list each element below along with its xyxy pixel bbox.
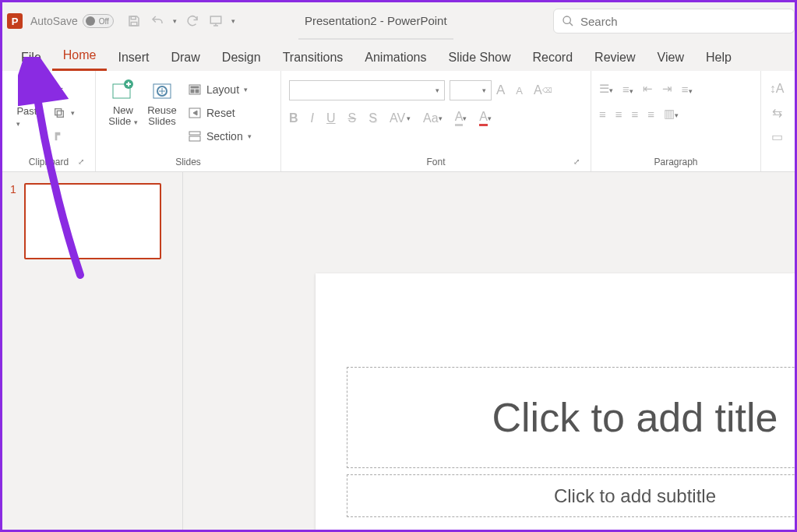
- align-text-button[interactable]: ⇆: [772, 105, 782, 120]
- svg-rect-15: [191, 90, 194, 93]
- shrink-font-button[interactable]: A: [516, 85, 523, 97]
- justify-button[interactable]: ≡: [647, 107, 654, 121]
- svg-point-3: [563, 16, 570, 23]
- slide-canvas[interactable]: Click to add title Click to add subtitle: [183, 172, 795, 530]
- change-case-button[interactable]: Aa▾: [423, 111, 443, 125]
- svg-rect-0: [131, 16, 136, 19]
- present-icon[interactable]: [208, 13, 224, 29]
- tab-draw[interactable]: Draw: [160, 44, 210, 71]
- grow-font-button[interactable]: A: [496, 83, 505, 98]
- svg-rect-2: [210, 16, 221, 23]
- autosave-toggle[interactable]: Off: [83, 14, 114, 28]
- new-slide-button[interactable]: New Slide ▾: [104, 76, 143, 128]
- svg-rect-6: [27, 87, 38, 103]
- search-box[interactable]: [553, 9, 795, 33]
- section-button[interactable]: Section ▾: [188, 127, 252, 146]
- quick-access-toolbar: ▾ ▾: [126, 13, 235, 29]
- app-icon: P: [7, 13, 23, 29]
- undo-dropdown-icon[interactable]: ▾: [173, 17, 177, 25]
- ribbon-tabs: File Home Insert Draw Design Transitions…: [2, 40, 795, 71]
- text-shadow-button[interactable]: SS: [369, 111, 377, 125]
- font-family-combo[interactable]: ▾: [289, 80, 445, 100]
- font-color-button[interactable]: A▾: [479, 110, 492, 126]
- reuse-slides-button[interactable]: Reuse Slides: [143, 76, 182, 128]
- format-painter-button[interactable]: [52, 127, 75, 146]
- tab-insert[interactable]: Insert: [107, 44, 160, 71]
- new-slide-icon: [111, 79, 136, 104]
- new-slide-label: New Slide ▾: [104, 105, 143, 128]
- line-spacing-button[interactable]: ≡▾: [682, 83, 693, 96]
- copy-button[interactable]: ▾: [52, 104, 75, 122]
- title-bar: P AutoSave Off ▾ ▾ Presentation2 -: [2, 2, 795, 40]
- decrease-indent-button[interactable]: ⇤: [643, 82, 653, 96]
- group-font: ▾ ▾ A A A⌫ B I U S SS AV▾ Aa▾ A▾: [281, 71, 591, 171]
- tab-design[interactable]: Design: [211, 44, 272, 71]
- group-clipboard-label: Clipboard⤢: [10, 154, 87, 170]
- group-clipboard: Paste▾ ✂ ▾ Clipboard⤢: [2, 71, 96, 171]
- tab-review[interactable]: Review: [584, 44, 646, 71]
- undo-icon[interactable]: [150, 13, 165, 29]
- numbering-button[interactable]: ≡▾: [622, 83, 633, 96]
- text-direction-button[interactable]: ↕A: [770, 82, 785, 96]
- cut-button[interactable]: ✂: [52, 80, 75, 99]
- format-painter-icon: [52, 129, 66, 143]
- font-size-combo[interactable]: ▾: [450, 80, 492, 100]
- redo-icon[interactable]: [185, 13, 200, 29]
- layout-button[interactable]: Layout ▾: [188, 80, 252, 99]
- align-center-button[interactable]: ≡: [615, 107, 622, 121]
- character-spacing-button[interactable]: AV▾: [390, 111, 411, 125]
- bold-button[interactable]: B: [289, 111, 298, 125]
- group-font-label: Font⤢: [289, 154, 583, 170]
- tab-transitions[interactable]: Transitions: [272, 44, 354, 71]
- toggle-knob: [86, 16, 95, 26]
- tab-home[interactable]: Home: [52, 42, 108, 71]
- autosave-control[interactable]: AutoSave Off: [30, 14, 114, 28]
- align-right-button[interactable]: ≡: [632, 107, 639, 121]
- paste-icon: [17, 79, 42, 104]
- reset-button[interactable]: Reset: [188, 104, 252, 122]
- strikethrough-button[interactable]: S: [348, 111, 357, 125]
- underline-button[interactable]: U: [326, 111, 336, 125]
- font-launcher-icon[interactable]: ⤢: [572, 157, 581, 167]
- tab-view[interactable]: View: [647, 44, 695, 71]
- slide-thumbnails-panel[interactable]: 1: [2, 172, 183, 530]
- svg-rect-16: [196, 90, 199, 93]
- align-left-button[interactable]: ≡: [599, 107, 606, 121]
- cut-icon: ✂: [52, 83, 66, 97]
- group-edge: ↕A ⇆ ▭: [761, 71, 792, 171]
- thumb-number: 1: [10, 183, 16, 259]
- qat-customize-icon[interactable]: ▾: [231, 17, 235, 25]
- smartart-button[interactable]: ▭: [771, 129, 783, 144]
- tab-animations[interactable]: Animations: [354, 44, 437, 71]
- tab-slide-show[interactable]: Slide Show: [437, 44, 521, 71]
- increase-indent-button[interactable]: ⇥: [662, 82, 672, 96]
- autosave-label: AutoSave: [30, 15, 78, 27]
- slide[interactable]: Click to add title Click to add subtitle: [316, 273, 795, 530]
- clipboard-launcher-icon[interactable]: ⤢: [76, 157, 86, 167]
- reset-icon: [188, 106, 202, 120]
- columns-button[interactable]: ▥▾: [664, 107, 679, 121]
- group-paragraph: ☰▾ ≡▾ ⇤ ⇥ ≡▾ ≡ ≡ ≡ ≡ ▥▾ Paragraph: [591, 71, 761, 171]
- svg-rect-7: [57, 111, 63, 117]
- svg-rect-18: [189, 132, 200, 135]
- search-input[interactable]: [580, 15, 786, 28]
- reuse-slides-label: Reuse Slides: [143, 105, 182, 128]
- tab-help[interactable]: Help: [695, 44, 742, 71]
- layout-icon: [188, 83, 202, 97]
- group-slides: New Slide ▾ Reuse Slides Layout ▾ Reset …: [96, 71, 281, 171]
- tab-record[interactable]: Record: [522, 44, 584, 71]
- clear-formatting-button[interactable]: A⌫: [534, 83, 552, 97]
- search-icon: [562, 15, 574, 27]
- slide-thumbnail-1[interactable]: [24, 183, 161, 259]
- paste-button[interactable]: Paste▾: [10, 76, 49, 129]
- subtitle-placeholder[interactable]: Click to add subtitle: [347, 474, 795, 517]
- reuse-slides-icon: [150, 79, 175, 104]
- italic-button[interactable]: I: [311, 111, 314, 125]
- title-placeholder[interactable]: Click to add title: [347, 367, 795, 468]
- ribbon: Paste▾ ✂ ▾ Clipboard⤢ New Slide ▾: [2, 71, 795, 172]
- highlight-button[interactable]: A▾: [455, 110, 467, 126]
- tab-file[interactable]: File: [10, 44, 52, 71]
- bullets-button[interactable]: ☰▾: [599, 82, 613, 96]
- svg-rect-5: [25, 79, 31, 83]
- save-icon[interactable]: [126, 13, 142, 29]
